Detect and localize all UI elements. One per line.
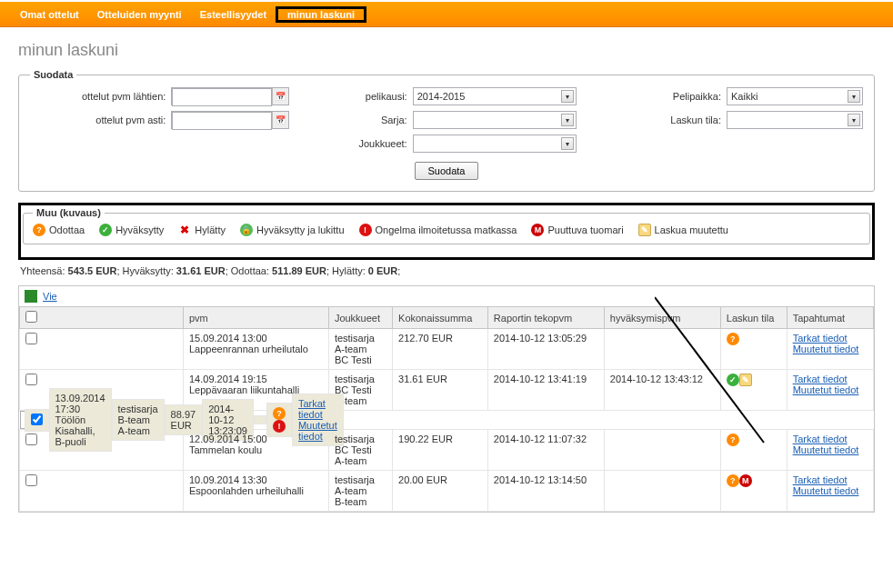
row-total: 212.70 EUR (393, 329, 488, 370)
detail-link[interactable]: Tarkat tiedot (793, 333, 868, 344)
row-team2: B-team (335, 496, 386, 507)
season-select[interactable]: 2014-2015▾ (413, 87, 577, 105)
waiting-icon: ? (727, 434, 739, 446)
state-label: Laskun tila: (670, 115, 721, 125)
changes-link[interactable]: Muutetut tiedot (298, 420, 337, 442)
col-teams: Joukkueet (328, 307, 392, 329)
locked-icon: 🔒 (240, 224, 253, 236)
series-select[interactable]: ▾ (413, 111, 577, 129)
tab-my-invoices[interactable]: minun laskuni (278, 4, 364, 25)
col-approved: hyväksymispvm (604, 307, 720, 329)
changes-link[interactable]: Muutetut tiedot (793, 384, 868, 395)
invoices-table: pvm Joukkueet Kokonaissumma Raportin tek… (19, 306, 874, 512)
detail-link[interactable]: Tarkat tiedot (793, 434, 868, 444)
changes-link[interactable]: Muutetut tiedot (793, 444, 868, 455)
approved-icon: ✓ (727, 374, 739, 386)
legend-missing: Puuttuva tuomari (547, 224, 623, 235)
tab-match-sales[interactable]: Otteluiden myynti (88, 4, 191, 25)
col-total: Kokonaissumma (393, 307, 488, 329)
top-nav: Omat ottelut Otteluiden myynti Esteellis… (0, 0, 893, 27)
row-status: ?M (720, 471, 787, 512)
row-checkbox[interactable] (25, 333, 37, 344)
row-approved-date (604, 430, 720, 471)
rejected-icon: ✖ (178, 224, 191, 236)
row-team1: B-team (118, 414, 158, 425)
row-report-date: 2014-10-12 13:41:19 (487, 370, 604, 411)
row-series: testisarja (335, 374, 386, 384)
legend-title: Muu (kuvaus) (33, 207, 105, 218)
excel-icon[interactable] (25, 290, 37, 303)
row-date: 15.09.2014 13:00 (189, 333, 323, 344)
calendar-icon[interactable]: 📅 (272, 112, 288, 128)
waiting-icon: ? (727, 333, 739, 345)
row-place: Lappeenrannan urheilutalo (189, 344, 323, 354)
legend-highlight-box: Muu (kuvaus) ?Odottaa ✓Hyväksytty ✖Hylät… (18, 203, 875, 260)
venue-label: Pelipaikka: (673, 91, 721, 102)
legend-approved: Hyväksytty (115, 224, 164, 235)
row-date: 14.09.2014 19:15 (189, 374, 323, 384)
legend-locked: Hyväksytty ja lukittu (256, 224, 345, 235)
edited-icon: ✎ (739, 374, 752, 386)
from-date-input[interactable]: 📅 (171, 87, 289, 105)
row-series: testisarja (335, 333, 386, 344)
row-checkbox[interactable] (31, 414, 43, 425)
row-status: ? (720, 329, 787, 370)
row-total: 88.97 EUR (165, 404, 203, 435)
changes-link[interactable]: Muutetut tiedot (793, 344, 868, 354)
row-status: ?! (266, 403, 292, 437)
row-date: 10.09.2014 13:30 (189, 474, 323, 485)
calendar-icon[interactable]: 📅 (272, 88, 288, 105)
filter-button[interactable]: Suodata (415, 162, 479, 180)
row-place: Espoonlahden urheiluhalli (189, 485, 323, 496)
chevron-down-icon: ▾ (561, 137, 574, 150)
filter-legend: Suodata (30, 69, 76, 80)
row-report-date: 2014-10-12 11:07:32 (487, 430, 604, 471)
teams-label: Joukkueet: (358, 138, 406, 149)
row-approved-date (254, 415, 266, 424)
row-status: ? (720, 430, 787, 471)
missing-icon: M (531, 224, 544, 236)
row-team2: BC Testi (335, 354, 386, 365)
waiting-icon: ? (273, 407, 286, 420)
row-approved-date (604, 471, 720, 512)
col-status: Laskun tila (720, 307, 787, 329)
chevron-down-icon: ▾ (561, 114, 574, 126)
row-team2: A-team (118, 425, 158, 436)
legend-rejected: Hylätty (195, 224, 226, 235)
problem-icon: ! (273, 420, 286, 433)
edited-icon: ✎ (638, 224, 651, 236)
row-status: ✓✎ (720, 370, 787, 411)
detail-link[interactable]: Tarkat tiedot (793, 474, 868, 485)
to-label: ottelut pvm asti: (95, 115, 166, 125)
problem-icon: ! (359, 224, 372, 236)
row-report-date: 2014-10-12 13:14:50 (487, 471, 604, 512)
venue-select[interactable]: Kaikki▾ (727, 87, 863, 105)
row-checkbox[interactable] (25, 434, 37, 445)
state-select[interactable]: ▾ (727, 111, 863, 129)
detail-link[interactable]: Tarkat tiedot (298, 398, 337, 420)
chevron-down-icon: ▾ (848, 114, 860, 126)
waiting-icon: ? (33, 224, 45, 236)
table-row: 15.09.2014 13:00Lappeenrannan urheilutal… (20, 329, 874, 370)
changes-link[interactable]: Muutetut tiedot (793, 485, 868, 496)
row-approved-date (604, 329, 720, 370)
row-checkbox[interactable] (25, 474, 37, 486)
select-all-checkbox[interactable] (25, 311, 37, 323)
approved-icon: ✓ (99, 224, 112, 236)
teams-select[interactable]: ▾ (413, 135, 577, 153)
detail-link[interactable]: Tarkat tiedot (793, 374, 868, 384)
row-series: testisarja (335, 434, 386, 444)
waiting-icon: ? (727, 474, 739, 487)
tab-own-matches[interactable]: Omat ottelut (11, 4, 88, 25)
to-date-input[interactable]: 📅 (171, 111, 289, 129)
season-label: pelikausi: (366, 91, 407, 102)
row-total: 20.00 EUR (393, 471, 488, 512)
row-checkbox[interactable] (25, 374, 37, 385)
export-link[interactable]: Vie (43, 291, 57, 302)
tab-conflicts[interactable]: Esteellisyydet (191, 4, 276, 25)
row-place: Töölön Kisahalli, B-puoli (55, 414, 105, 447)
missing-icon: M (739, 474, 752, 487)
col-report: Raportin tekopvm (487, 307, 604, 329)
legend-waiting: Odottaa (49, 224, 85, 235)
row-team1: BC Testi (335, 444, 386, 455)
